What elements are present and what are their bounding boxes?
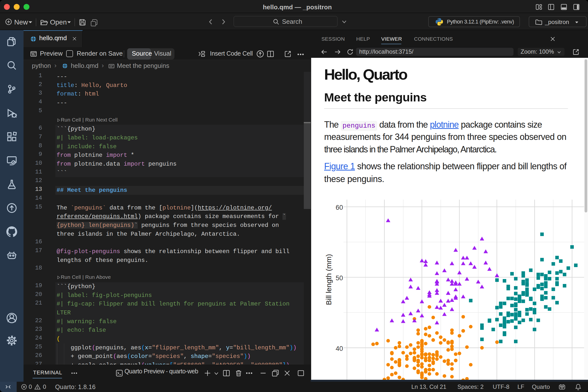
svg-text:50: 50	[336, 274, 343, 282]
svg-text:40: 40	[336, 345, 343, 352]
svg-text:Bill length (mm): Bill length (mm)	[324, 254, 333, 305]
svg-text:60: 60	[336, 204, 343, 211]
